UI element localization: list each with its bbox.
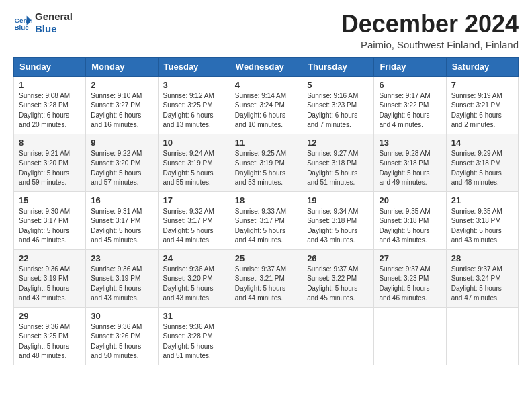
weekday-header-monday: Monday <box>86 57 158 76</box>
empty-cell <box>302 307 374 365</box>
day-cell-15: 15 Sunrise: 9:30 AM Sunset: 3:17 PM Dayl… <box>14 191 86 249</box>
weekday-header-row: SundayMondayTuesdayWednesdayThursdayFrid… <box>14 57 519 76</box>
day-info: Sunrise: 9:25 AM Sunset: 3:19 PM Dayligh… <box>235 149 297 188</box>
day-number: 10 <box>163 138 225 148</box>
day-info: Sunrise: 9:30 AM Sunset: 3:17 PM Dayligh… <box>19 207 81 246</box>
day-number: 23 <box>91 253 152 263</box>
day-info: Sunrise: 9:10 AM Sunset: 3:27 PM Dayligh… <box>91 91 152 130</box>
day-number: 28 <box>451 253 513 263</box>
day-info: Sunrise: 9:35 AM Sunset: 3:18 PM Dayligh… <box>451 207 513 246</box>
day-number: 18 <box>235 195 297 205</box>
week-row-2: 8 Sunrise: 9:21 AM Sunset: 3:20 PM Dayli… <box>14 134 519 191</box>
week-row-5: 29 Sunrise: 9:36 AM Sunset: 3:25 PM Dayl… <box>14 307 519 365</box>
day-cell-5: 5 Sunrise: 9:16 AM Sunset: 3:23 PM Dayli… <box>302 76 374 134</box>
day-info: Sunrise: 9:37 AM Sunset: 3:22 PM Dayligh… <box>307 265 369 304</box>
day-number: 24 <box>163 253 225 263</box>
day-cell-23: 23 Sunrise: 9:36 AM Sunset: 3:19 PM Dayl… <box>86 249 158 307</box>
day-info: Sunrise: 9:31 AM Sunset: 3:17 PM Dayligh… <box>91 207 152 246</box>
day-cell-28: 28 Sunrise: 9:37 AM Sunset: 3:24 PM Dayl… <box>446 249 518 307</box>
day-cell-18: 18 Sunrise: 9:33 AM Sunset: 3:17 PM Dayl… <box>230 191 302 249</box>
day-cell-27: 27 Sunrise: 9:37 AM Sunset: 3:23 PM Dayl… <box>374 249 446 307</box>
day-number: 14 <box>451 138 513 148</box>
day-number: 25 <box>235 253 297 263</box>
weekday-header-tuesday: Tuesday <box>158 57 230 76</box>
day-cell-22: 22 Sunrise: 9:36 AM Sunset: 3:19 PM Dayl… <box>14 249 86 307</box>
day-number: 1 <box>19 80 81 90</box>
day-cell-7: 7 Sunrise: 9:19 AM Sunset: 3:21 PM Dayli… <box>446 76 518 134</box>
empty-cell <box>230 307 302 365</box>
day-info: Sunrise: 9:32 AM Sunset: 3:17 PM Dayligh… <box>163 207 225 246</box>
day-number: 4 <box>235 80 297 90</box>
day-number: 2 <box>91 80 152 90</box>
day-cell-8: 8 Sunrise: 9:21 AM Sunset: 3:20 PM Dayli… <box>14 134 86 191</box>
day-info: Sunrise: 9:08 AM Sunset: 3:28 PM Dayligh… <box>19 91 81 130</box>
day-number: 15 <box>19 195 81 205</box>
day-cell-29: 29 Sunrise: 9:36 AM Sunset: 3:25 PM Dayl… <box>14 307 86 365</box>
day-info: Sunrise: 9:37 AM Sunset: 3:23 PM Dayligh… <box>379 265 441 304</box>
day-cell-30: 30 Sunrise: 9:36 AM Sunset: 3:26 PM Dayl… <box>86 307 158 365</box>
day-number: 5 <box>307 80 369 90</box>
week-row-4: 22 Sunrise: 9:36 AM Sunset: 3:19 PM Dayl… <box>14 249 519 307</box>
day-number: 16 <box>91 195 152 205</box>
calendar-table: SundayMondayTuesdayWednesdayThursdayFrid… <box>13 57 519 365</box>
day-info: Sunrise: 9:33 AM Sunset: 3:17 PM Dayligh… <box>235 207 297 246</box>
day-number: 12 <box>307 138 369 148</box>
day-number: 26 <box>307 253 369 263</box>
weekday-header-thursday: Thursday <box>302 57 374 76</box>
day-info: Sunrise: 9:29 AM Sunset: 3:18 PM Dayligh… <box>451 149 513 188</box>
day-info: Sunrise: 9:36 AM Sunset: 3:19 PM Dayligh… <box>19 265 81 304</box>
day-number: 21 <box>451 195 513 205</box>
day-cell-4: 4 Sunrise: 9:14 AM Sunset: 3:24 PM Dayli… <box>230 76 302 134</box>
day-cell-10: 10 Sunrise: 9:24 AM Sunset: 3:19 PM Dayl… <box>158 134 230 191</box>
day-cell-6: 6 Sunrise: 9:17 AM Sunset: 3:22 PM Dayli… <box>374 76 446 134</box>
day-cell-13: 13 Sunrise: 9:28 AM Sunset: 3:18 PM Dayl… <box>374 134 446 191</box>
day-cell-11: 11 Sunrise: 9:25 AM Sunset: 3:19 PM Dayl… <box>230 134 302 191</box>
day-number: 27 <box>379 253 441 263</box>
day-info: Sunrise: 9:24 AM Sunset: 3:19 PM Dayligh… <box>163 149 225 188</box>
day-info: Sunrise: 9:28 AM Sunset: 3:18 PM Dayligh… <box>379 149 441 188</box>
day-info: Sunrise: 9:35 AM Sunset: 3:18 PM Dayligh… <box>379 207 441 246</box>
day-info: Sunrise: 9:36 AM Sunset: 3:20 PM Dayligh… <box>163 265 225 304</box>
day-info: Sunrise: 9:37 AM Sunset: 3:21 PM Dayligh… <box>235 265 297 304</box>
logo-text: GeneralBlue <box>35 11 73 35</box>
main-title: December 2024 <box>341 11 519 38</box>
day-cell-12: 12 Sunrise: 9:27 AM Sunset: 3:18 PM Dayl… <box>302 134 374 191</box>
day-info: Sunrise: 9:19 AM Sunset: 3:21 PM Dayligh… <box>451 91 513 130</box>
day-cell-9: 9 Sunrise: 9:22 AM Sunset: 3:20 PM Dayli… <box>86 134 158 191</box>
day-info: Sunrise: 9:36 AM Sunset: 3:25 PM Dayligh… <box>19 322 81 361</box>
header: General Blue GeneralBlue December 2024 P… <box>13 11 519 50</box>
day-number: 7 <box>451 80 513 90</box>
day-number: 17 <box>163 195 225 205</box>
day-number: 31 <box>163 311 225 321</box>
day-number: 22 <box>19 253 81 263</box>
day-info: Sunrise: 9:27 AM Sunset: 3:18 PM Dayligh… <box>307 149 369 188</box>
day-info: Sunrise: 9:21 AM Sunset: 3:20 PM Dayligh… <box>19 149 81 188</box>
weekday-header-wednesday: Wednesday <box>230 57 302 76</box>
day-number: 29 <box>19 311 81 321</box>
day-cell-20: 20 Sunrise: 9:35 AM Sunset: 3:18 PM Dayl… <box>374 191 446 249</box>
day-info: Sunrise: 9:17 AM Sunset: 3:22 PM Dayligh… <box>379 91 441 130</box>
day-number: 6 <box>379 80 441 90</box>
weekday-header-friday: Friday <box>374 57 446 76</box>
day-number: 20 <box>379 195 441 205</box>
day-info: Sunrise: 9:36 AM Sunset: 3:28 PM Dayligh… <box>163 322 225 361</box>
day-number: 8 <box>19 138 81 148</box>
day-cell-25: 25 Sunrise: 9:37 AM Sunset: 3:21 PM Dayl… <box>230 249 302 307</box>
day-info: Sunrise: 9:36 AM Sunset: 3:26 PM Dayligh… <box>91 322 152 361</box>
day-info: Sunrise: 9:12 AM Sunset: 3:25 PM Dayligh… <box>163 91 225 130</box>
day-cell-14: 14 Sunrise: 9:29 AM Sunset: 3:18 PM Dayl… <box>446 134 518 191</box>
day-cell-16: 16 Sunrise: 9:31 AM Sunset: 3:17 PM Dayl… <box>86 191 158 249</box>
day-cell-31: 31 Sunrise: 9:36 AM Sunset: 3:28 PM Dayl… <box>158 307 230 365</box>
day-number: 9 <box>91 138 152 148</box>
day-cell-1: 1 Sunrise: 9:08 AM Sunset: 3:28 PM Dayli… <box>14 76 86 134</box>
day-info: Sunrise: 9:14 AM Sunset: 3:24 PM Dayligh… <box>235 91 297 130</box>
day-info: Sunrise: 9:37 AM Sunset: 3:24 PM Dayligh… <box>451 265 513 304</box>
day-number: 30 <box>91 311 152 321</box>
logo: General Blue GeneralBlue <box>13 11 73 35</box>
day-cell-19: 19 Sunrise: 9:34 AM Sunset: 3:18 PM Dayl… <box>302 191 374 249</box>
day-number: 11 <box>235 138 297 148</box>
logo-icon: General Blue <box>13 13 32 32</box>
day-info: Sunrise: 9:16 AM Sunset: 3:23 PM Dayligh… <box>307 91 369 130</box>
day-cell-3: 3 Sunrise: 9:12 AM Sunset: 3:25 PM Dayli… <box>158 76 230 134</box>
week-row-3: 15 Sunrise: 9:30 AM Sunset: 3:17 PM Dayl… <box>14 191 519 249</box>
